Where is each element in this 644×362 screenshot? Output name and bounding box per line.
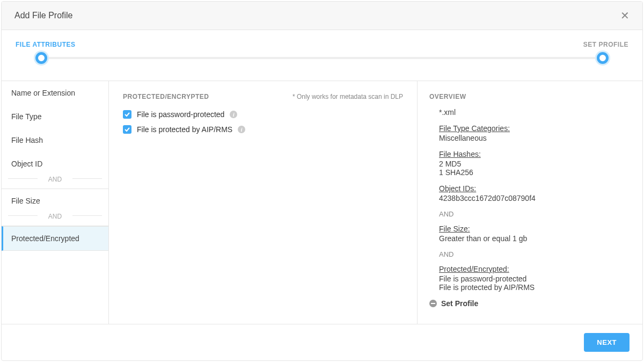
checkbox-password-protected[interactable] <box>123 110 131 119</box>
sidebar-item-name-extension[interactable]: Name or Extension <box>2 81 108 105</box>
metadata-hint: * Only works for metadata scan in DLP <box>292 93 403 100</box>
overview-set-profile-label: Set Profile <box>441 299 478 308</box>
overview-set-profile-toggle[interactable]: Set Profile <box>429 299 626 308</box>
sidebar-item-object-id[interactable]: Object ID <box>2 152 108 176</box>
overview-objectid-head: Object IDs: <box>439 184 626 193</box>
wizard-stepper: FILE ATTRIBUTES SET PROFILE <box>2 30 642 81</box>
overview-protected-value: File is password-protected <box>439 274 626 283</box>
close-icon[interactable]: ✕ <box>620 10 630 21</box>
overview-extension: *.xml <box>439 108 626 117</box>
overview-and-separator: AND <box>439 210 626 218</box>
sidebar-separator-and: AND <box>2 211 108 226</box>
info-icon[interactable]: i <box>238 126 245 133</box>
overview-protected-value: File is protected by AIP/RMS <box>439 283 626 292</box>
next-button[interactable]: NEXT <box>584 333 630 352</box>
overview-panel: OVERVIEW *.xml File Type Categories: Mis… <box>417 81 642 324</box>
step-set-profile-label[interactable]: SET PROFILE <box>583 41 628 48</box>
step-file-attributes-node[interactable] <box>35 52 47 64</box>
step-file-attributes-label[interactable]: FILE ATTRIBUTES <box>16 41 76 48</box>
overview-hash-value: 2 MD5 <box>439 160 626 168</box>
overview-filetype-value: Miscellaneous <box>439 134 626 142</box>
sidebar-separator-and: AND <box>2 173 108 189</box>
option-password-protected[interactable]: File is password-protected i <box>123 110 403 119</box>
sidebar-item-file-size[interactable]: File Size <box>2 189 108 213</box>
stepper-track-line <box>41 57 603 59</box>
checkbox-label: File is protected by AIP/RMS <box>137 125 232 134</box>
sidebar-item-file-type[interactable]: File Type <box>2 105 108 128</box>
attribute-sidebar: Name or Extension File Type File Hash Ob… <box>2 81 109 324</box>
option-aip-rms[interactable]: File is protected by AIP/RMS i <box>123 125 403 134</box>
overview-objectid-value: 4238b3ccc1672d07c08790f4 <box>439 194 626 202</box>
overview-title: OVERVIEW <box>429 93 633 100</box>
main-panel: PROTECTED/ENCRYPTED * Only works for met… <box>109 81 417 324</box>
overview-filetype-head: File Type Categories: <box>439 124 626 133</box>
modal-header: Add File Profile ✕ <box>2 2 642 30</box>
modal-footer: NEXT <box>2 324 642 360</box>
checkbox-aip-rms[interactable] <box>123 125 131 134</box>
modal-title: Add File Profile <box>14 11 73 20</box>
overview-filesize-head: File Size: <box>439 225 626 233</box>
step-set-profile-node[interactable] <box>597 52 609 64</box>
overview-scroll[interactable]: *.xml File Type Categories: Miscellaneou… <box>429 108 633 317</box>
section-title: PROTECTED/ENCRYPTED <box>123 93 209 100</box>
overview-hash-value: 1 SHA256 <box>439 168 626 177</box>
overview-protected-head: Protected/Encrypted: <box>439 265 626 273</box>
checkbox-label: File is password-protected <box>137 110 224 119</box>
overview-hash-head: File Hashes: <box>439 150 626 158</box>
sidebar-item-protected-encrypted[interactable]: Protected/Encrypted <box>2 226 108 251</box>
add-file-profile-modal: Add File Profile ✕ FILE ATTRIBUTES SET P… <box>1 1 643 361</box>
collapse-icon <box>429 300 437 307</box>
sidebar-item-file-hash[interactable]: File Hash <box>2 128 108 152</box>
overview-and-separator: AND <box>439 250 626 258</box>
overview-filesize-value: Greater than or equal 1 gb <box>439 234 626 243</box>
info-icon[interactable]: i <box>230 111 237 118</box>
